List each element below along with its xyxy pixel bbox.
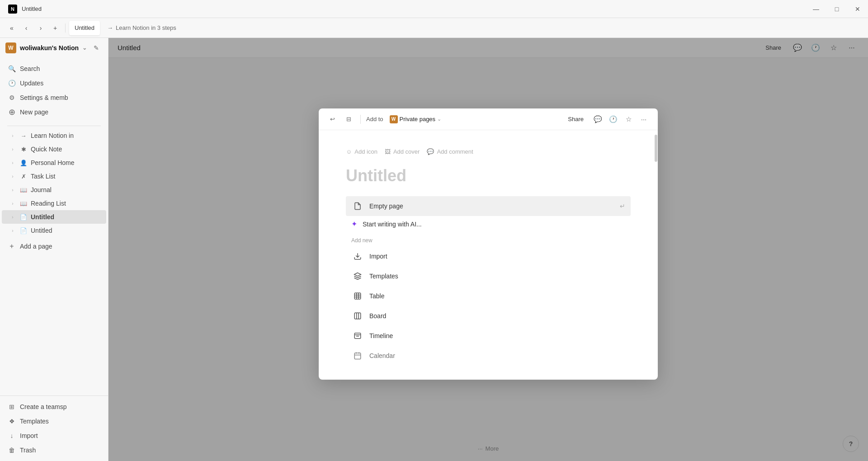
add-icon-button[interactable]: ☺ Add icon	[346, 148, 377, 155]
sidebar: W woliwakun's Notion ⌄ ✎ 🔍 Search 🕐 Upda…	[0, 38, 108, 461]
empty-page-label: Empty page	[369, 202, 403, 210]
empty-page-option[interactable]: Empty page ↵	[346, 196, 631, 216]
import-option-icon	[351, 250, 364, 263]
trash-label: Trash	[20, 447, 101, 454]
add-cover-emoji: 🖼	[385, 148, 391, 155]
sidebar-item-journal[interactable]: › 📖 Journal	[2, 183, 106, 197]
import-option-label: Import	[369, 253, 387, 260]
page-icon-reading-list: 📖	[19, 199, 28, 208]
second-tab-label: Learn Notion in 3 steps	[116, 24, 176, 31]
templates-option[interactable]: Templates	[346, 266, 631, 286]
timeline-option[interactable]: Timeline	[346, 326, 631, 346]
second-tab[interactable]: → Learn Notion in 3 steps	[102, 21, 182, 35]
sidebar-item-personal-home[interactable]: › 👤 Personal Home	[2, 156, 106, 169]
settings-icon: ⚙	[7, 93, 16, 102]
templates-icon: ❖	[7, 417, 16, 426]
minimize-button[interactable]: —	[806, 0, 826, 18]
sidebar-bottom: ⊞ Create a teamsp ❖ Templates ↓ Import 🗑…	[0, 395, 108, 461]
sidebar-item-add-page[interactable]: + Add a page	[2, 239, 106, 254]
add-comment-button[interactable]: 💬 Add comment	[427, 148, 473, 155]
modal-more-button[interactable]: ···	[637, 113, 651, 126]
close-button[interactable]: ✕	[847, 0, 868, 18]
add-page-label: Add a page	[20, 243, 101, 250]
sidebar-item-templates[interactable]: ❖ Templates	[2, 414, 106, 428]
add-icon-label: Add icon	[354, 148, 377, 155]
sidebar-item-updates[interactable]: 🕐 Updates	[2, 76, 106, 90]
sidebar-item-learn-notion[interactable]: › → Learn Notion in	[2, 129, 106, 142]
workspace-badge: W	[390, 115, 398, 123]
modal-share-button[interactable]: Share	[562, 114, 589, 124]
calendar-option-label: Calendar	[369, 352, 395, 359]
add-page-icon: +	[7, 242, 16, 251]
page-title-field[interactable]: Untitled	[346, 166, 631, 185]
modal-scrollbar[interactable]	[654, 130, 658, 380]
sidebar-item-trash[interactable]: 🗑 Trash	[2, 443, 106, 457]
sidebar-item-task-list[interactable]: › ✗ Task List	[2, 169, 106, 183]
sidebar-item-untitled-1[interactable]: › 📄 Untitled	[2, 210, 106, 224]
page-icon-task-list: ✗	[19, 172, 28, 181]
import-option[interactable]: Import	[346, 246, 631, 266]
timeline-option-label: Timeline	[369, 332, 393, 339]
ai-sparkle-icon: ✦	[351, 220, 357, 228]
sidebar-header-actions: ✎	[90, 42, 103, 54]
sidebar-item-search[interactable]: 🔍 Search	[2, 61, 106, 76]
add-page-nav-button[interactable]: +	[49, 22, 61, 34]
page-label-journal: Journal	[31, 186, 52, 193]
workspace-name[interactable]: W woliwakun's Notion ⌄	[5, 42, 87, 53]
page-label-learn: Learn Notion in	[31, 132, 74, 139]
new-page-label: New page	[20, 108, 101, 116]
sidebar-pages-list: › → Learn Notion in › ✱ Quick Note › 👤 P…	[0, 129, 108, 395]
notion-logo: N	[8, 5, 17, 14]
workspace-label: woliwakun's Notion	[20, 44, 79, 52]
new-page-icon: ⊕	[7, 108, 16, 117]
second-tab-icon: →	[107, 24, 113, 31]
sidebar-item-quick-note[interactable]: › ✱ Quick Note	[2, 142, 106, 156]
modal-layout-button[interactable]: ⊟	[342, 113, 355, 126]
sidebar-item-settings[interactable]: ⚙ Settings & memb	[2, 90, 106, 105]
search-icon: 🔍	[7, 64, 16, 73]
ai-writing-option[interactable]: ✦ Start writing with AI...	[346, 216, 631, 232]
table-option-icon	[351, 290, 364, 302]
modal-body: ☺ Add icon 🖼 Add cover 💬 Add comment Unt…	[319, 130, 658, 380]
modal-topbar: ↩ ⊟ Add to W Private pages ⌄ Share 💬 🕐 ☆	[319, 108, 658, 130]
modal-comments-button[interactable]: 💬	[591, 113, 604, 126]
add-cover-label: Add cover	[393, 148, 420, 155]
page-icon-journal: 📖	[19, 185, 28, 194]
table-option[interactable]: Table	[346, 286, 631, 306]
page-meta-actions: ☺ Add icon 🖼 Add cover 💬 Add comment	[346, 148, 631, 155]
forward-button[interactable]: ›	[34, 22, 47, 34]
svg-rect-2	[354, 293, 361, 299]
ai-writing-label: Start writing with AI...	[363, 221, 422, 228]
maximize-button[interactable]: □	[826, 0, 847, 18]
modal-history-button[interactable]: 🕐	[606, 113, 620, 126]
sidebar-item-untitled-2[interactable]: › 📄 Untitled	[2, 224, 106, 237]
sidebar-item-import[interactable]: ↓ Import	[2, 428, 106, 443]
back-button[interactable]: ‹	[20, 22, 33, 34]
chevron-icon: ›	[9, 200, 16, 207]
add-to-label: Add to	[366, 116, 383, 122]
sidebar-edit-button[interactable]: ✎	[90, 42, 103, 54]
collapse-sidebar-button[interactable]: «	[5, 22, 18, 34]
calendar-option[interactable]: Calendar	[346, 346, 631, 366]
chevron-icon: ›	[9, 227, 16, 234]
search-label: Search	[20, 65, 101, 72]
templates-option-icon	[351, 270, 364, 282]
modal-back-button[interactable]: ↩	[326, 113, 339, 126]
chevron-icon: ›	[9, 173, 16, 180]
active-tab[interactable]: Untitled	[69, 21, 100, 35]
board-option[interactable]: Board	[346, 306, 631, 326]
add-cover-button[interactable]: 🖼 Add cover	[385, 148, 420, 155]
title-bar: N Untitled — □ ✕	[0, 0, 868, 18]
private-pages-label: Private pages	[400, 116, 436, 122]
sidebar-item-create-teamspace[interactable]: ⊞ Create a teamsp	[2, 400, 106, 414]
modal-favorite-button[interactable]: ☆	[622, 113, 635, 126]
templates-label: Templates	[20, 418, 101, 425]
page-icon-learn: →	[19, 131, 28, 140]
sidebar-item-new-page[interactable]: ⊕ New page	[2, 105, 106, 119]
sidebar-item-reading-list[interactable]: › 📖 Reading List	[2, 197, 106, 210]
page-icon-untitled-1: 📄	[19, 212, 28, 221]
private-pages-button[interactable]: W Private pages ⌄	[386, 114, 445, 125]
updates-icon: 🕐	[7, 79, 16, 88]
import-icon: ↓	[7, 431, 16, 440]
sidebar-divider-1	[7, 126, 101, 126]
